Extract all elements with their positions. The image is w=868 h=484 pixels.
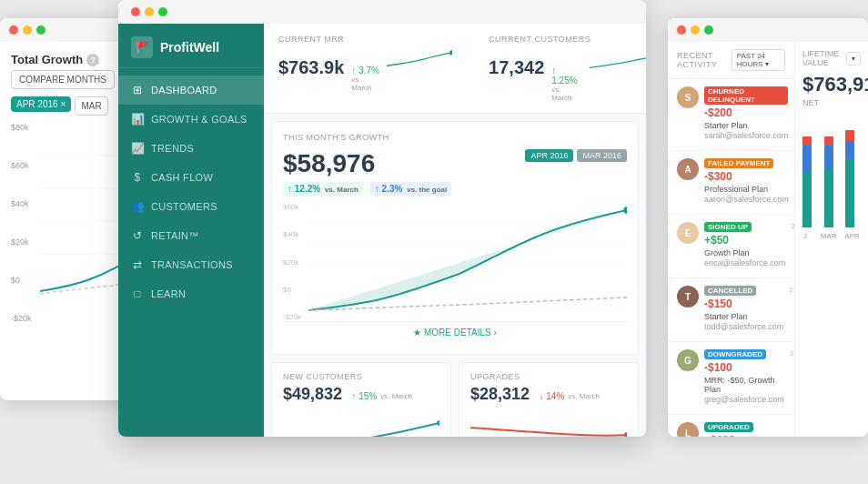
activity-plan: Professional Plan [704,185,789,194]
logo-icon: 🚩 [131,36,153,58]
activity-header: RECENT ACTIVITY PAST 24 HOURS ▾ [668,42,794,79]
activity-badge: CHURNED DELINQUENT [704,86,788,105]
growth-section: THIS MONTH'S GROWTH $58,976 ↑ 12.2% vs. … [271,121,639,355]
svg-point-12 [623,207,627,214]
dashboard-icon: ⊞ [131,84,144,96]
close-icon[interactable] [9,25,18,35]
sidebar-item-customers[interactable]: 👥 CUSTOMERS [118,192,264,221]
bar-group-mar: MAR [824,136,840,227]
activity-badge: UPGRADED [704,422,753,432]
growth-section-title: THIS MONTH'S GROWTH [283,133,627,142]
right-titlebar [668,18,868,42]
minimize-btn[interactable] [145,7,154,16]
activity-badge: SIGNED UP [704,222,752,232]
bottom-cards: NEW CUSTOMERS $49,832 ↑ 15% vs. March [271,362,639,437]
apr-2016-tag: APR 2016 [525,149,573,162]
activity-email: aaron@salesforce.com [704,195,789,204]
learn-icon: □ [131,287,144,300]
more-details-link[interactable]: ★ MORE DETAILS › [283,321,627,343]
sidebar-item-retain[interactable]: ↺ RETAIN™ [118,221,264,250]
customers-label: CURRENT CUSTOMERS [489,35,646,44]
upgrades-card: UPGRADES $28,312 ↓ 14% vs. March [459,362,639,437]
mrr-change: ↑ 3.7% [351,66,379,76]
right-minimize-icon[interactable] [691,25,700,35]
new-customers-chart [283,409,439,437]
svg-point-5 [449,50,452,55]
svg-point-13 [437,420,439,426]
ltv-title: LIFETIME VALUE [802,49,846,67]
bar-group-j: J [802,136,818,227]
activity-plan: Growth Plan [704,248,785,257]
upgrades-label: UPGRADES [470,372,627,381]
new-customers-label: NEW CUSTOMERS [283,372,439,381]
new-customers-card: NEW CUSTOMERS $49,832 ↑ 15% vs. March [271,362,451,437]
maximize-icon[interactable] [36,25,45,35]
activity-time: 3 hours ago [790,349,794,358]
ltv-value: $763,911 [802,73,861,96]
apr-tag[interactable]: APR 2016 × [11,96,71,112]
cashflow-icon: $ [131,171,144,184]
growth-amount: $58,976 [283,149,451,178]
right-close-icon[interactable] [677,25,686,35]
activity-item: E SIGNED UP +$50 Growth Plan erica@sales… [668,215,794,278]
mrr-vs: vs. March [351,76,379,92]
activity-item: L UPGRADED +$100 MRR: +$50, Professional… [668,415,794,437]
sidebar-item-trends[interactable]: 📈 TRENDS [118,134,264,163]
sidebar-item-dashboard[interactable]: ⊞ DASHBOARD [118,76,264,105]
close-btn[interactable] [131,7,140,16]
activity-badge: FAILED PAYMENT [704,158,773,168]
info-icon[interactable]: ? [86,54,99,66]
mar-tag[interactable]: MAR [75,96,107,116]
sidebar-item-transactions[interactable]: ⇄ TRANSACTIONS [118,250,264,279]
bar-group-apr: APR [845,130,861,227]
maximize-btn[interactable] [158,7,167,16]
customers-icon: 👥 [131,200,144,213]
growth-icon: 📊 [131,113,144,126]
growth-chart-svg [308,203,627,321]
sidebar-item-cashflow[interactable]: $ CASH FLOW [118,163,264,192]
main-content: CURRENT MRR $763.9k ↑ 3.7% vs. March [264,24,646,437]
sidebar-item-growth[interactable]: 📊 GROWTH & GOALS [118,105,264,134]
customers-sparkline [590,46,646,74]
tag-close-icon[interactable]: × [61,99,66,109]
main-titlebar [118,0,646,24]
activity-item: A FAILED PAYMENT -$300 Professional Plan… [668,151,794,215]
right-maximize-icon[interactable] [704,25,713,35]
mrr-stat: CURRENT MRR $763.9k ↑ 3.7% vs. March [278,35,452,102]
avatar: E [677,222,699,244]
ltv-net: NET [802,98,861,107]
sidebar-nav: ⊞ DASHBOARD 📊 GROWTH & GOALS 📈 TRENDS $ … [118,68,264,316]
mar-2016-tag: MAR 2016 [577,149,627,162]
minimize-icon[interactable] [23,25,32,35]
growth-y-axis: $60k $40k $20k $0 -$20k [283,203,301,321]
customers-change: ↑ 1.25% [551,66,582,86]
growth-change1: ↑ 12.2% vs. March [283,182,363,196]
compare-months-button[interactable]: COMPARE MONTHS [11,70,115,89]
svg-point-14 [624,432,627,437]
customers-value: 17,342 [489,57,544,78]
activity-item: T CANCELLED -$150 Starter Plan todd@sale… [668,278,794,342]
customers-vs: vs. March [551,86,582,102]
activity-plan: Starter Plan [704,121,788,130]
ltv-panel: LIFETIME VALUE ▾ $763,911 NET J MAR [795,42,868,437]
activity-badge: CANCELLED [704,286,756,296]
activity-filter[interactable]: PAST 24 HOURS ▾ [732,49,785,71]
activity-amount: -$150 [704,297,783,310]
mrr-sparkline [387,46,452,74]
sidebar-item-learn[interactable]: □ LEARN [118,279,264,308]
right-window: RECENT ACTIVITY PAST 24 HOURS ▾ S CHURNE… [668,18,868,437]
activity-email: sarah@salesforce.com [704,131,788,140]
sidebar-logo: 🚩 ProfitWell [118,24,264,68]
activity-email: todd@salesforce.com [704,322,783,331]
avatar: S [677,86,699,108]
activity-time: 1 hour ago [793,86,794,95]
ltv-filter[interactable]: ▾ [846,52,861,66]
upgrades-change: ↓ 14% vs. March [540,391,600,401]
activity-title: RECENT ACTIVITY [677,51,732,69]
activity-time: 2 hours ago [789,286,794,294]
sidebar: 🚩 ProfitWell ⊞ DASHBOARD 📊 GROWTH & GOAL… [118,24,264,437]
mrr-value: $763.9k [278,57,344,78]
retain-icon: ↺ [131,229,144,242]
activity-item: S CHURNED DELINQUENT -$200 Starter Plan … [668,79,794,151]
avatar: G [677,349,699,371]
